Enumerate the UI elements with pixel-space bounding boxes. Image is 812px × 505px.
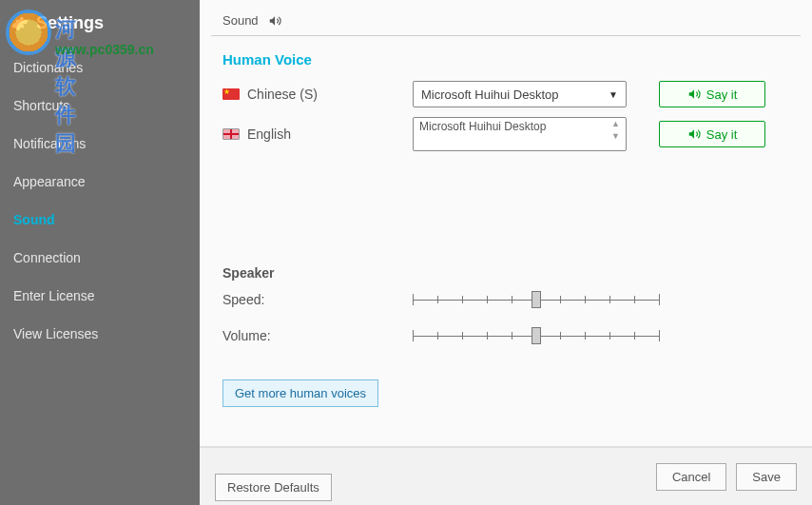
footer: Restore Defaults Cancel Save bbox=[200, 446, 812, 505]
voice-row-chinese: Chinese (S) Microsoft Huihui Desktop ▼ S… bbox=[222, 81, 789, 107]
header-divider bbox=[211, 35, 801, 36]
voice-row-english: English Microsoft Huihui Desktop ▲ ▼ Say… bbox=[222, 117, 789, 151]
sidebar-item-label: Connection bbox=[13, 250, 81, 265]
sidebar-item-label: Enter License bbox=[13, 288, 95, 303]
sound-icon bbox=[268, 14, 281, 28]
get-more-voices-button[interactable]: Get more human voices bbox=[222, 379, 378, 407]
settings-window: Settings Dictionaries Shortcuts Notifica… bbox=[0, 0, 812, 505]
sidebar-item-label: Dictionaries bbox=[13, 60, 83, 75]
sidebar-item-sound[interactable]: Sound bbox=[0, 201, 200, 239]
language-label-chinese: Chinese (S) bbox=[222, 87, 413, 102]
speed-slider-thumb[interactable] bbox=[532, 291, 541, 308]
content: Human Voice Chinese (S) Microsoft Huihui… bbox=[200, 46, 812, 446]
speaker-section: Speaker Speed: Volume: bbox=[222, 265, 789, 407]
main-panel: Sound Human Voice Chinese (S) Microsoft … bbox=[200, 0, 812, 505]
speaker-title: Speaker bbox=[222, 265, 789, 281]
main-header: Sound bbox=[200, 0, 812, 35]
sidebar-item-appearance[interactable]: Appearance bbox=[0, 163, 200, 201]
listbox-scroll-arrows[interactable]: ▲ ▼ bbox=[611, 120, 620, 141]
say-it-label: Say it bbox=[706, 127, 738, 142]
gear-icon bbox=[11, 15, 29, 32]
sidebar-item-label: Shortcuts bbox=[13, 98, 69, 113]
flag-cn-icon bbox=[222, 88, 240, 100]
cancel-button[interactable]: Cancel bbox=[656, 463, 726, 491]
say-it-button-english[interactable]: Say it bbox=[659, 121, 765, 147]
language-text: English bbox=[247, 126, 291, 142]
sidebar-item-view-licenses[interactable]: View Licenses bbox=[0, 315, 200, 353]
sidebar-item-label: Sound bbox=[13, 212, 55, 227]
volume-slider[interactable] bbox=[413, 326, 660, 345]
human-voice-title: Human Voice bbox=[222, 51, 789, 68]
restore-defaults-button[interactable]: Restore Defaults bbox=[215, 474, 332, 501]
sidebar-item-connection[interactable]: Connection bbox=[0, 239, 200, 277]
sidebar-item-label: Appearance bbox=[13, 174, 86, 189]
chevron-down-icon: ▼ bbox=[609, 89, 618, 100]
language-text: Chinese (S) bbox=[247, 87, 318, 102]
volume-row: Volume: bbox=[222, 326, 789, 345]
speed-row: Speed: bbox=[222, 290, 789, 309]
sidebar-item-label: View Licenses bbox=[13, 326, 98, 341]
arrow-up-icon[interactable]: ▲ bbox=[611, 120, 620, 128]
sidebar-item-dictionaries[interactable]: Dictionaries bbox=[0, 49, 200, 87]
voice-listbox-value: Microsoft Huihui Desktop bbox=[419, 120, 546, 133]
page-title: Sound bbox=[222, 13, 259, 28]
sidebar-item-shortcuts[interactable]: Shortcuts bbox=[0, 87, 200, 125]
say-it-button-chinese[interactable]: Say it bbox=[659, 81, 765, 107]
volume-slider-thumb[interactable] bbox=[532, 327, 541, 344]
voice-select-value: Microsoft Huihui Desktop bbox=[421, 87, 559, 102]
flag-gb-icon bbox=[222, 128, 240, 140]
sidebar-title: Settings bbox=[0, 13, 200, 49]
sidebar-item-notifications[interactable]: Notifications bbox=[0, 125, 200, 163]
sidebar: Settings Dictionaries Shortcuts Notifica… bbox=[0, 0, 200, 505]
voice-listbox-english[interactable]: Microsoft Huihui Desktop ▲ ▼ bbox=[413, 117, 627, 151]
speed-label: Speed: bbox=[222, 292, 413, 307]
volume-label: Volume: bbox=[222, 328, 413, 343]
say-it-label: Say it bbox=[706, 87, 738, 102]
sidebar-title-text: Settings bbox=[36, 13, 104, 33]
arrow-down-icon[interactable]: ▼ bbox=[611, 132, 620, 141]
voice-select-chinese[interactable]: Microsoft Huihui Desktop ▼ bbox=[413, 81, 627, 107]
sidebar-item-enter-license[interactable]: Enter License bbox=[0, 277, 200, 315]
speed-slider[interactable] bbox=[413, 290, 660, 309]
save-button[interactable]: Save bbox=[736, 463, 797, 491]
language-label-english: English bbox=[222, 126, 413, 142]
sidebar-item-label: Notifications bbox=[13, 136, 86, 151]
